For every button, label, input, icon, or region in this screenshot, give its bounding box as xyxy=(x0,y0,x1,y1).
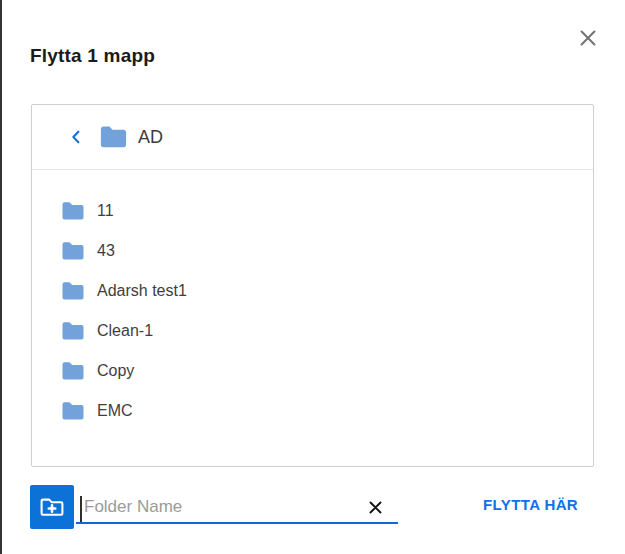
back-button[interactable] xyxy=(67,126,85,148)
folder-icon xyxy=(61,201,85,221)
folder-name-input[interactable] xyxy=(84,492,354,522)
chevron-left-icon xyxy=(68,127,84,147)
folder-row[interactable]: Clean-1 xyxy=(32,311,593,351)
folder-icon xyxy=(61,321,85,341)
folder-name: EMC xyxy=(97,402,133,420)
folder-name: 11 xyxy=(97,202,114,220)
folder-row[interactable]: 43 xyxy=(32,231,593,271)
text-caret xyxy=(80,496,82,523)
new-folder-button[interactable] xyxy=(30,485,74,529)
input-underline xyxy=(76,522,398,524)
folder-icon xyxy=(99,125,128,149)
folder-browser-panel: AD 11 43 Adarsh test1 Clean-1 Copy xyxy=(31,104,594,467)
clear-x-icon xyxy=(368,500,383,515)
close-button[interactable] xyxy=(575,25,601,51)
folder-name: Adarsh test1 xyxy=(97,282,187,300)
breadcrumb: AD xyxy=(32,105,593,170)
folder-list: 11 43 Adarsh test1 Clean-1 Copy EMC xyxy=(32,170,593,431)
folder-icon xyxy=(61,241,85,261)
screen-edge-line xyxy=(0,0,2,554)
dialog-title: Flytta 1 mapp xyxy=(30,45,155,67)
folder-row[interactable]: Adarsh test1 xyxy=(32,271,593,311)
clear-input-button[interactable] xyxy=(364,496,386,518)
folder-name: 43 xyxy=(97,242,115,260)
folder-name: Clean-1 xyxy=(97,322,153,340)
move-here-button[interactable]: FLYTTA HÄR xyxy=(481,494,580,515)
folder-row[interactable]: EMC xyxy=(32,391,593,431)
folder-plus-icon xyxy=(39,494,65,520)
folder-name: Copy xyxy=(97,362,134,380)
folder-icon xyxy=(61,361,85,381)
folder-icon xyxy=(61,281,85,301)
folder-row[interactable]: Copy xyxy=(32,351,593,391)
folder-row[interactable]: 11 xyxy=(32,191,593,231)
move-folder-dialog: Flytta 1 mapp AD 11 43 xyxy=(0,0,625,554)
folder-icon xyxy=(61,401,85,421)
close-icon xyxy=(577,27,599,49)
current-folder-label: AD xyxy=(138,127,163,148)
